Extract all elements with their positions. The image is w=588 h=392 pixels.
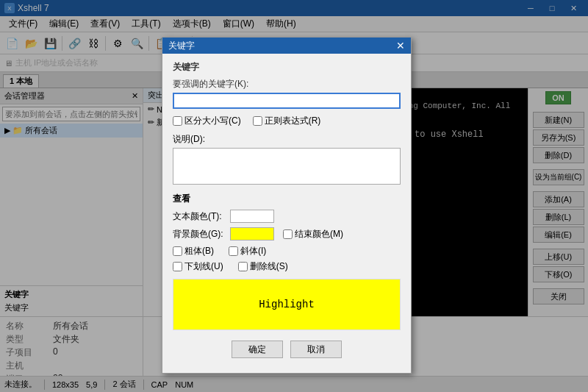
strikethrough-checkbox[interactable] [238, 262, 248, 271]
ok-button[interactable]: 确定 [232, 341, 283, 358]
style-row-1: 粗体(B) 斜体(I) [173, 245, 401, 257]
desc-label: 说明(D): [173, 133, 401, 146]
dialog-body: 关键字 要强调的关键字(K): 区分大小写(C) 正则表达式(R) 说明(D):… [162, 54, 411, 373]
style-row-2: 下划线(U) 删除线(S) [173, 260, 401, 273]
underline-checkbox[interactable] [173, 262, 182, 271]
dialog-section-keyword: 关键字 [173, 61, 401, 74]
bg-color-row: 背景颜色(G): 结束颜色(M) [173, 227, 401, 240]
view-section: 查看 文本颜色(T): 背景颜色(G): 结束颜色(M) [173, 193, 401, 273]
underline-check[interactable]: 下划线(U) [173, 260, 223, 273]
case-sensitive-check[interactable]: 区分大小写(C) [173, 115, 241, 127]
dialog-footer: 确定 取消 [173, 336, 401, 366]
bg-color-swatch[interactable] [230, 227, 274, 240]
bold-check[interactable]: 粗体(B) [173, 245, 214, 257]
dialog-title-bar: 关键字 ✕ [162, 38, 411, 54]
regex-check[interactable]: 正则表达式(R) [253, 115, 321, 127]
italic-checkbox[interactable] [229, 246, 238, 256]
checkbox-row-1: 区分大小写(C) 正则表达式(R) [173, 115, 401, 127]
text-color-label: 文本颜色(T): [173, 210, 224, 223]
regex-checkbox[interactable] [253, 116, 262, 126]
dash-color-check[interactable]: 结束颜色(M) [283, 228, 343, 240]
dialog-title-text: 关键字 [168, 40, 195, 52]
modal-overlay: 关键字 ✕ 关键字 要强调的关键字(K): 区分大小写(C) 正则表达式(R) … [0, 0, 588, 392]
text-color-swatch[interactable] [230, 210, 274, 223]
italic-check[interactable]: 斜体(I) [229, 245, 266, 257]
preview-box: Highlight [173, 279, 401, 330]
dash-color-checkbox[interactable] [283, 229, 293, 239]
cancel-button[interactable]: 取消 [290, 341, 342, 358]
keyword-dialog: 关键字 ✕ 关键字 要强调的关键字(K): 区分大小写(C) 正则表达式(R) … [162, 37, 412, 374]
preview-text: Highlight [259, 299, 315, 310]
strikethrough-check[interactable]: 删除线(S) [238, 260, 288, 273]
bg-color-label: 背景颜色(G): [173, 228, 224, 240]
dialog-keyword-label: 要强调的关键字(K): [173, 78, 401, 90]
keyword-input[interactable] [173, 93, 401, 109]
text-color-row: 文本颜色(T): [173, 210, 401, 223]
view-section-title: 查看 [173, 193, 401, 205]
case-sensitive-checkbox[interactable] [173, 116, 182, 126]
desc-textarea[interactable] [173, 148, 401, 185]
dialog-close-button[interactable]: ✕ [396, 40, 405, 51]
bold-checkbox[interactable] [173, 246, 182, 256]
